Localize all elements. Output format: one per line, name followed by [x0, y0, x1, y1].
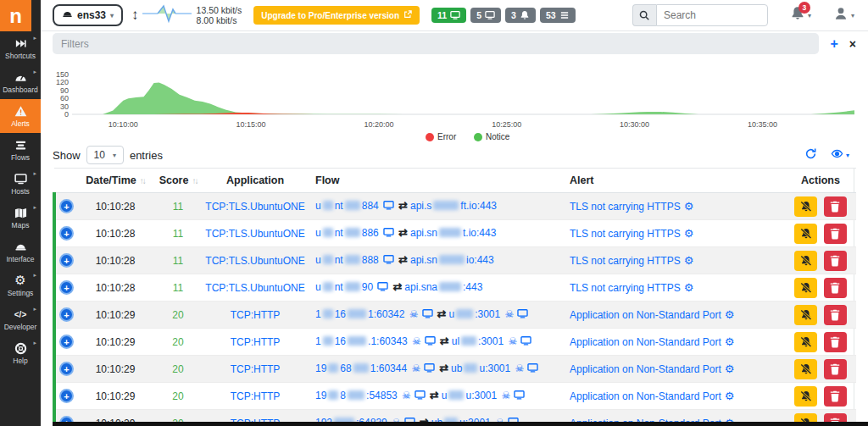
search-icon[interactable] — [632, 4, 656, 26]
code-icon: </> — [14, 308, 26, 321]
expand-row-button[interactable]: + — [59, 362, 74, 376]
redacted-text — [323, 228, 333, 237]
disable-alert-button[interactable] — [794, 251, 817, 271]
disable-alert-button[interactable] — [794, 359, 817, 379]
flow-cell[interactable]: unt886 ⇄api.snt.io:443 — [309, 220, 563, 247]
alert-link[interactable]: TLS not carrying HTTPS — [570, 228, 681, 240]
disable-alert-button[interactable] — [794, 332, 817, 352]
flow-cell[interactable]: unt90 ⇄api.sna:443 — [309, 274, 563, 302]
delete-alert-button[interactable] — [824, 278, 847, 298]
disable-alert-button[interactable] — [794, 278, 817, 298]
expand-row-button[interactable]: + — [59, 226, 74, 241]
sidebar-item-help[interactable]: Help▸ — [0, 336, 41, 370]
expand-row-button[interactable]: + — [59, 253, 74, 268]
ntopng-logo[interactable]: n — [0, 0, 31, 31]
alert-table-row: + 10:10:28 11 TCP:TLS.UbuntuONE unt884 ⇄… — [54, 193, 856, 220]
page-size-select[interactable]: 10 ▾ — [86, 146, 124, 164]
alert-link[interactable]: Application on Non-Standard Port — [570, 390, 721, 402]
flow-cell[interactable]: unt884 ⇄api.sft.io:443 — [309, 193, 563, 220]
maps-icon — [14, 207, 27, 219]
application-link[interactable]: TCP:HTTP — [231, 336, 281, 348]
interface-selector[interactable]: ens33 ▾ — [53, 4, 123, 26]
alert-link[interactable]: Application on Non-Standard Port — [570, 363, 721, 375]
application-link[interactable]: TCP:HTTP — [231, 390, 281, 402]
expand-row-button[interactable]: + — [59, 280, 74, 295]
alert-link[interactable]: Application on Non-Standard Port — [570, 309, 721, 321]
gear-icon[interactable]: ⚙ — [684, 254, 694, 267]
expand-row-button[interactable]: + — [59, 199, 74, 213]
sidebar-item-shortcuts[interactable]: Shortcuts▸ — [0, 31, 41, 65]
alert-datetime: 10:10:28 — [76, 247, 154, 274]
search-input[interactable] — [656, 4, 768, 26]
sort-icon[interactable]: ↑↓ — [192, 176, 197, 185]
close-filters-button[interactable]: × — [849, 37, 856, 51]
flow-cell[interactable]: 116.1:60343 ☠⇄ul:3001 ☠ — [309, 329, 563, 356]
disable-alert-button[interactable] — [794, 224, 817, 244]
column-header-datetime[interactable]: Date/Time↑↓ — [76, 169, 154, 193]
sort-icon[interactable]: ↑↓ — [140, 176, 145, 185]
application-link[interactable]: TCP:TLS.UbuntuONE — [205, 282, 304, 294]
gear-icon[interactable]: ⚙ — [725, 390, 735, 402]
delete-alert-button[interactable] — [824, 332, 847, 352]
filters-input[interactable]: Filters — [53, 33, 819, 54]
monitor-icon — [424, 362, 435, 376]
application-link[interactable]: TCP:HTTP — [231, 309, 281, 321]
user-menu[interactable]: ▾ — [833, 6, 854, 25]
gear-icon[interactable]: ⚙ — [725, 335, 735, 348]
gear-icon[interactable]: ⚙ — [725, 362, 735, 375]
alert-link[interactable]: TLS not carrying HTTPS — [570, 282, 681, 294]
expand-row-button[interactable]: + — [59, 335, 74, 349]
counter-badge[interactable]: 5 — [470, 8, 501, 23]
disable-alert-button[interactable] — [794, 196, 817, 217]
counter-badge[interactable]: 53 — [540, 8, 576, 23]
svg-text:10:15:00: 10:15:00 — [236, 120, 266, 129]
add-filter-button[interactable]: + — [830, 36, 837, 52]
disable-alert-button[interactable] — [794, 305, 817, 325]
application-link[interactable]: TCP:TLS.UbuntuONE — [205, 201, 304, 213]
counter-badge[interactable]: 3 — [505, 8, 536, 23]
sidebar-item-flows[interactable]: Flows — [0, 133, 41, 167]
counter-badge[interactable]: 11 — [431, 8, 466, 23]
flow-cell[interactable]: 1161:60342 ☠⇄u:3001 ☠ — [309, 302, 563, 329]
sidebar-item-hosts[interactable]: Hosts▸ — [0, 167, 41, 201]
sidebar-item-settings[interactable]: ⚙Settings▸ — [0, 268, 41, 302]
redacted-text — [345, 255, 360, 264]
trash-icon — [829, 201, 841, 213]
sidebar-item-label: Dashboard — [3, 86, 38, 94]
flow-cell[interactable]: 198:54853 ☠⇄uu:3001 ☠ — [309, 383, 563, 410]
delete-alert-button[interactable] — [824, 224, 847, 244]
svg-text:Notice: Notice — [486, 132, 510, 141]
delete-alert-button[interactable] — [824, 359, 847, 379]
sidebar-item-dashboard[interactable]: Dashboard▸ — [0, 65, 41, 99]
application-link[interactable]: TCP:TLS.UbuntuONE — [205, 228, 304, 240]
alert-link[interactable]: TLS not carrying HTTPS — [570, 255, 681, 267]
flow-cell[interactable]: unt888 ⇄api.snio:443 — [309, 247, 563, 274]
alert-link[interactable]: Application on Non-Standard Port — [570, 336, 721, 348]
sidebar: n Shortcuts▸Dashboard▸AlertsFlowsHosts▸M… — [0, 0, 41, 426]
delete-alert-button[interactable] — [824, 251, 847, 271]
notifications-menu[interactable]: 3 ▾ — [790, 6, 811, 25]
delete-alert-button[interactable] — [824, 386, 847, 407]
alert-link[interactable]: TLS not carrying HTTPS — [570, 201, 681, 213]
sidebar-item-alerts[interactable]: Alerts — [0, 99, 41, 133]
refresh-icon[interactable] — [804, 147, 817, 163]
visible-columns-menu[interactable]: ▾ — [831, 147, 849, 163]
application-link[interactable]: TCP:TLS.UbuntuONE — [205, 255, 304, 267]
upgrade-button[interactable]: Upgrade to Pro/Enterprise version — [253, 6, 420, 25]
application-link[interactable]: TCP:HTTP — [231, 363, 281, 375]
flow-cell[interactable]: 19681:60344 ☠⇄ubu:3001 ☠ — [309, 356, 563, 383]
gear-icon[interactable]: ⚙ — [684, 227, 694, 240]
disable-alert-button[interactable] — [794, 386, 817, 407]
expand-row-button[interactable]: + — [59, 389, 74, 403]
delete-alert-button[interactable] — [824, 305, 847, 325]
gear-icon[interactable]: ⚙ — [725, 308, 735, 321]
gear-icon[interactable]: ⚙ — [684, 281, 694, 294]
expand-row-button[interactable]: + — [59, 307, 74, 322]
gear-icon[interactable]: ⚙ — [684, 200, 694, 213]
column-header-score[interactable]: Score↑↓ — [154, 169, 202, 193]
sidebar-item-developer[interactable]: </>Developer▸ — [0, 302, 41, 336]
alerts-timeseries-chart[interactable]: 150120906030010:10:0010:15:0010:20:0010:… — [53, 59, 854, 144]
delete-alert-button[interactable] — [824, 196, 847, 217]
sidebar-item-interface[interactable]: Interface — [0, 235, 41, 268]
sidebar-item-maps[interactable]: Maps▸ — [0, 201, 41, 235]
